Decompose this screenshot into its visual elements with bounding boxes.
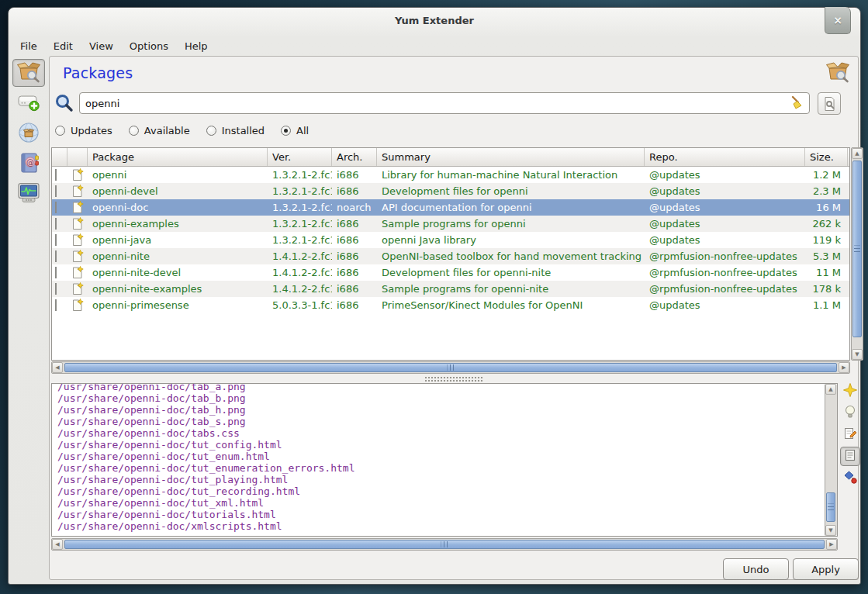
- apply-button[interactable]: Apply: [793, 558, 859, 580]
- sidebar-item-repositories[interactable]: [12, 119, 45, 147]
- package-info-box: /usr/share/openni-doc/tab_a.png/usr/shar…: [51, 383, 838, 537]
- package-checkbox[interactable]: [55, 169, 57, 181]
- icon-cell: [67, 299, 88, 312]
- scroll-down-icon[interactable]: ▼: [825, 525, 836, 536]
- menu-item-view[interactable]: View: [87, 39, 116, 54]
- column-header-ver[interactable]: Ver.: [268, 148, 332, 166]
- sidebar-item-packages[interactable]: [12, 59, 45, 87]
- packages-panel: Packages: [49, 56, 859, 580]
- package-arch: i686: [332, 234, 377, 246]
- menu-item-help[interactable]: Help: [182, 39, 210, 54]
- package-name: openni: [88, 169, 268, 181]
- window-title: Yum Extender: [9, 15, 860, 26]
- table-vertical-scrollbar[interactable]: ▲ ▼: [851, 147, 863, 361]
- filter-updates[interactable]: Updates: [55, 125, 112, 136]
- sidebar-item-pending-actions[interactable]: [12, 89, 45, 117]
- sidebar-item-output[interactable]: [12, 180, 45, 208]
- scroll-up-icon[interactable]: ▲: [825, 384, 836, 395]
- info-tab-changelog[interactable]: [840, 425, 860, 444]
- table-hscroll-thumb[interactable]: [64, 363, 837, 372]
- package-repo: @updates: [645, 218, 805, 230]
- package-repo: @updates: [645, 185, 805, 197]
- menu-item-options[interactable]: Options: [127, 39, 171, 54]
- filter-installed[interactable]: Installed: [206, 125, 265, 136]
- menu-item-file[interactable]: File: [18, 39, 40, 54]
- scroll-left-icon[interactable]: ◀: [52, 362, 63, 373]
- package-row-openni[interactable]: openni1.3.2.1-2.fc16i686Library for huma…: [52, 167, 849, 183]
- package-icon: [71, 237, 84, 247]
- select-cell: [52, 202, 67, 213]
- info-tab-description[interactable]: [840, 382, 860, 401]
- menu-item-edit[interactable]: Edit: [51, 39, 75, 54]
- package-version: 1.3.2.1-2.fc16: [268, 234, 332, 246]
- package-repo: @updates: [645, 169, 805, 181]
- search-row: [54, 92, 850, 116]
- search-input[interactable]: [79, 92, 810, 114]
- package-row-openni-devel[interactable]: openni-devel1.3.2.1-2.fc16i686Developmen…: [52, 183, 849, 199]
- undo-button[interactable]: Undo: [723, 558, 789, 580]
- filter-available[interactable]: Available: [129, 125, 190, 136]
- filelist-line: /usr/share/openni-doc/tut_enumeration_er…: [57, 462, 821, 474]
- package-row-openni-doc[interactable]: openni-doc1.3.2.1-2.fc16noarchAPI docume…: [52, 199, 849, 216]
- view-sidebar: @: [12, 59, 48, 210]
- pane-splitter-handle[interactable]: [424, 376, 483, 382]
- package-version: 1.3.2.1-2.fc16: [268, 169, 332, 181]
- package-icon: [71, 302, 84, 312]
- package-checkbox[interactable]: [55, 299, 57, 311]
- package-summary: API documentation for openni: [377, 202, 645, 213]
- info-tab-update-info[interactable]: [840, 403, 860, 423]
- package-summary: Development files for openni-nite: [377, 267, 645, 278]
- scroll-up-icon[interactable]: ▲: [852, 148, 863, 159]
- scroll-left-icon[interactable]: ◀: [52, 539, 63, 550]
- column-header-arch[interactable]: Arch.: [332, 148, 377, 166]
- info-tab-dependencies[interactable]: [840, 468, 860, 488]
- scroll-right-icon[interactable]: ▶: [826, 539, 837, 550]
- radio-all-selected[interactable]: [281, 126, 291, 136]
- filelist-line: /usr/share/openni-doc/tut_playing.html: [57, 474, 821, 485]
- package-version: 1.3.2.1-2.fc16: [268, 185, 332, 197]
- column-header-package[interactable]: Package: [88, 148, 268, 166]
- package-size: 11 M: [805, 267, 848, 278]
- filelist-vertical-scrollbar[interactable]: ▲ ▼: [825, 384, 837, 536]
- table-horizontal-scrollbar[interactable]: ◀ ▶: [51, 361, 850, 374]
- filter-all[interactable]: All: [281, 125, 309, 136]
- close-icon: ×: [833, 14, 842, 26]
- radio-available[interactable]: [129, 126, 139, 136]
- package-checkbox[interactable]: [55, 234, 57, 246]
- filelist-horizontal-scrollbar[interactable]: ◀ ▶: [51, 538, 838, 551]
- filelist-hscroll-thumb[interactable]: [64, 540, 825, 549]
- scroll-right-icon[interactable]: ▶: [839, 362, 849, 373]
- package-row-openni-examples[interactable]: openni-examples1.3.2.1-2.fc16i686Sample …: [52, 216, 849, 232]
- column-header-repo[interactable]: Repo.: [645, 148, 805, 166]
- package-checkbox[interactable]: [55, 185, 57, 197]
- package-checkbox[interactable]: [55, 283, 57, 295]
- select-cell: [52, 169, 67, 181]
- filelist-line: /usr/share/openni-doc/tut_recording.html: [57, 485, 821, 497]
- search-options-button[interactable]: [818, 92, 841, 115]
- radio-updates[interactable]: [55, 126, 65, 136]
- package-row-openni-nite-devel[interactable]: openni-nite-devel1.4.1.2-2.fc16i686Devel…: [52, 264, 849, 281]
- close-button[interactable]: ×: [825, 7, 851, 34]
- clear-search-icon[interactable]: [790, 95, 805, 113]
- package-checkbox[interactable]: [55, 267, 57, 278]
- column-header-summary[interactable]: Summary: [377, 148, 645, 166]
- package-icon: [71, 205, 84, 214]
- titlebar[interactable]: Yum Extender ×: [9, 8, 860, 33]
- sidebar-item-history[interactable]: @: [12, 150, 45, 178]
- package-checkbox[interactable]: [55, 250, 57, 262]
- package-name: openni-doc: [88, 202, 268, 213]
- package-row-openni-nite-examples[interactable]: openni-nite-examples1.4.1.2-2.fc16i686Sa…: [52, 281, 849, 297]
- filelist-vscroll-thumb[interactable]: [826, 492, 835, 522]
- package-repo: @updates: [645, 299, 805, 311]
- package-row-openni-java[interactable]: openni-java1.3.2.1-2.fc16i686openni Java…: [52, 232, 849, 248]
- package-checkbox[interactable]: [55, 202, 57, 213]
- table-vscroll-thumb[interactable]: [852, 161, 862, 337]
- package-row-openni-primesense[interactable]: openni-primesense5.0.3.3-1.fc16i686Prime…: [52, 297, 849, 313]
- column-header-size[interactable]: Size.: [805, 148, 848, 166]
- scroll-down-icon[interactable]: ▼: [852, 349, 863, 360]
- info-tab-filelist[interactable]: [840, 447, 860, 466]
- filelist-text[interactable]: /usr/share/openni-doc/tab_a.png/usr/shar…: [57, 383, 821, 536]
- radio-installed[interactable]: [206, 126, 216, 136]
- package-row-openni-nite[interactable]: openni-nite1.4.1.2-2.fc16i686OpenNI-base…: [52, 248, 849, 264]
- package-checkbox[interactable]: [55, 218, 57, 230]
